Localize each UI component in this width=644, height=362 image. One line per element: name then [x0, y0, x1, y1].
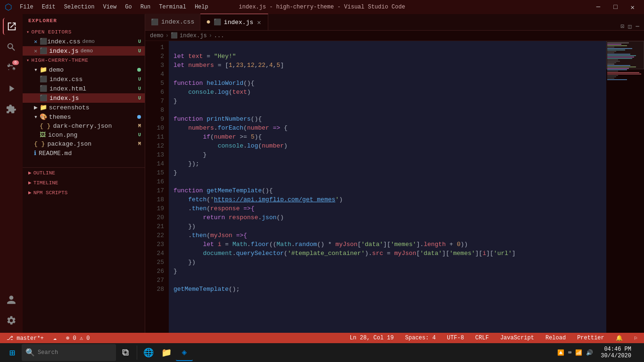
- index-css-icon: ⬛: [40, 75, 47, 83]
- tab-js-icon: ⬛: [214, 18, 221, 26]
- tab-index-css[interactable]: ⬛ index.css: [145, 14, 200, 30]
- more-actions-icon[interactable]: ⋯: [636, 23, 639, 30]
- breadcrumb-sep1: ›: [165, 33, 169, 39]
- open-editor-js-name: index.js: [49, 48, 78, 55]
- menu-terminal[interactable]: Terminal: [155, 3, 190, 11]
- edge-taskbar-button[interactable]: 🌐: [140, 344, 157, 361]
- search-taskbar-button[interactable]: 🔍 Search: [22, 344, 116, 361]
- status-feedback[interactable]: ⚐: [631, 335, 640, 342]
- status-line-ending[interactable]: CRLF: [472, 335, 492, 341]
- tray-network[interactable]: 📶: [575, 349, 582, 356]
- menu-edit[interactable]: Edit: [38, 3, 59, 11]
- open-editor-js-context: demo: [81, 48, 93, 54]
- open-editor-index-js[interactable]: ✕ ⬛ index.js demo U: [23, 46, 145, 56]
- file-dark-cherry[interactable]: { } dark-cherry.json M: [23, 122, 145, 131]
- file-package-json[interactable]: { } package.json M: [23, 140, 145, 148]
- tab-close-button[interactable]: ✕: [256, 18, 262, 26]
- extensions-activity-icon[interactable]: [3, 101, 20, 118]
- status-reload[interactable]: Reload: [543, 335, 569, 341]
- readme-icon: ℹ: [34, 149, 36, 157]
- windows-start-button[interactable]: ⊞: [4, 344, 21, 361]
- close-button[interactable]: ✕: [626, 2, 639, 12]
- project-label: HIGH-CHERRY-THEME: [32, 58, 89, 63]
- file-index-html[interactable]: ⬛ index.html U: [23, 84, 145, 93]
- search-activity-icon[interactable]: [3, 39, 20, 56]
- run-activity-icon[interactable]: [3, 80, 20, 97]
- status-sync[interactable]: ☁: [50, 335, 59, 342]
- collapse-icon[interactable]: ◫: [628, 23, 632, 30]
- minimize-button[interactable]: ─: [592, 2, 605, 12]
- source-control-activity-icon[interactable]: 6: [3, 59, 20, 76]
- status-prettier[interactable]: Prettier: [574, 335, 607, 341]
- taskbar: ⊞ 🔍 Search ⧉ 🌐 📁 ◈ 🔼 ⌨ 📶 🔊 04:46 PM 30/4…: [0, 343, 644, 362]
- status-encoding[interactable]: UTF-8: [444, 335, 467, 341]
- menu-file[interactable]: File: [16, 3, 37, 11]
- clock[interactable]: 04:46 PM 30/4/2020: [597, 346, 631, 359]
- settings-icon[interactable]: [3, 312, 20, 329]
- npm-scripts-panel[interactable]: ▶ NPM SCRIPTS: [23, 188, 145, 197]
- split-editor-icon[interactable]: ⊡: [621, 23, 625, 30]
- status-notifications[interactable]: 🔔: [613, 335, 626, 342]
- tray-keyboard[interactable]: ⌨: [568, 349, 571, 356]
- menu-view[interactable]: View: [99, 3, 120, 11]
- file-icon-png[interactable]: 🖼 icon.png U: [23, 131, 145, 140]
- minimap[interactable]: [606, 41, 644, 333]
- outline-panel[interactable]: ▶ OUTLINE: [23, 168, 145, 178]
- menu-help[interactable]: Help: [191, 3, 212, 11]
- task-view-button[interactable]: ⧉: [117, 344, 134, 361]
- icon-png-name: icon.png: [48, 132, 77, 139]
- status-position[interactable]: Ln 28, Col 19: [347, 335, 397, 341]
- file-readme[interactable]: ℹ README.md: [23, 148, 145, 158]
- screenshots-folder-name: screenshots: [49, 104, 90, 111]
- status-right: Ln 28, Col 19 Spaces: 4 UTF-8 CRLF JavaS…: [347, 335, 640, 342]
- breadcrumb-demo[interactable]: demo: [150, 33, 164, 39]
- code-editor[interactable]: 12345 678910 1112131415 1617181920 21222…: [145, 41, 644, 333]
- maximize-button[interactable]: □: [609, 2, 622, 12]
- themes-folder[interactable]: ▾ 🎨 themes: [23, 112, 145, 122]
- tab-js-label: index.js: [224, 19, 253, 26]
- themes-chevron: ▾: [34, 113, 38, 121]
- tray-up-arrow[interactable]: 🔼: [557, 349, 564, 356]
- account-icon[interactable]: [3, 291, 20, 308]
- open-editors-chevron: ▾: [26, 29, 30, 35]
- menu-selection[interactable]: Selection: [60, 3, 99, 11]
- open-editor-index-css[interactable]: ✕ ⬛ index.css demo U: [23, 37, 145, 46]
- vscode-taskbar-button[interactable]: ◈: [176, 344, 193, 361]
- index-html-name: index.html: [50, 85, 86, 92]
- themes-dot: [137, 115, 141, 119]
- status-spaces[interactable]: Spaces: 4: [402, 335, 438, 341]
- demo-folder-name: demo: [49, 66, 64, 74]
- status-branch[interactable]: ⎇ master*+: [4, 335, 47, 342]
- tab-css-icon: ⬛: [151, 18, 158, 26]
- themes-folder-name: themes: [49, 114, 71, 121]
- demo-folder[interactable]: ▾ 📁 demo: [23, 65, 145, 74]
- project-section[interactable]: ▾ HIGH-CHERRY-THEME: [23, 56, 145, 65]
- tray-volume[interactable]: 🔊: [586, 349, 593, 356]
- menu-go[interactable]: Go: [121, 3, 135, 11]
- activity-bar-bottom: [3, 291, 20, 333]
- open-editors-label: OPEN EDITORS: [32, 29, 72, 35]
- editor-actions: ⊡ ◫ ⋯: [616, 23, 644, 30]
- demo-chevron: ▾: [34, 66, 38, 74]
- file-index-css[interactable]: ⬛ index.css U: [23, 74, 145, 84]
- screenshots-folder-icon: 📁: [40, 104, 47, 111]
- open-editors-section[interactable]: ▾ OPEN EDITORS: [23, 27, 145, 37]
- screenshots-chevron: ▶: [34, 104, 38, 111]
- file-explorer-taskbar-button[interactable]: 📁: [158, 344, 175, 361]
- code-content[interactable]: let text = "Hey!" let numbers = [1,23,12…: [169, 41, 606, 333]
- status-errors[interactable]: ⊗ 0 ⚠ 0: [63, 335, 92, 342]
- timeline-panel[interactable]: ▶ TIMELINE: [23, 178, 145, 188]
- index-js-icon: ⬛: [40, 94, 47, 102]
- status-language[interactable]: JavaScript: [497, 335, 537, 341]
- breadcrumb: demo › ⬛ index.js › ...: [145, 31, 644, 41]
- explorer-activity-icon[interactable]: [3, 18, 20, 35]
- menu-bar: File Edit Selection View Go Run Terminal…: [16, 3, 212, 11]
- tab-index-js[interactable]: ● ⬛ index.js ✕: [200, 14, 268, 30]
- dark-cherry-name: dark-cherry.json: [53, 123, 112, 130]
- taskbar-divider: [137, 346, 137, 360]
- file-index-js[interactable]: ⬛ index.js U: [23, 93, 145, 103]
- breadcrumb-indexjs[interactable]: index.js: [180, 33, 207, 39]
- menu-run[interactable]: Run: [137, 3, 155, 11]
- breadcrumb-more[interactable]: ...: [214, 33, 224, 39]
- screenshots-folder[interactable]: ▶ 📁 screenshots: [23, 103, 145, 112]
